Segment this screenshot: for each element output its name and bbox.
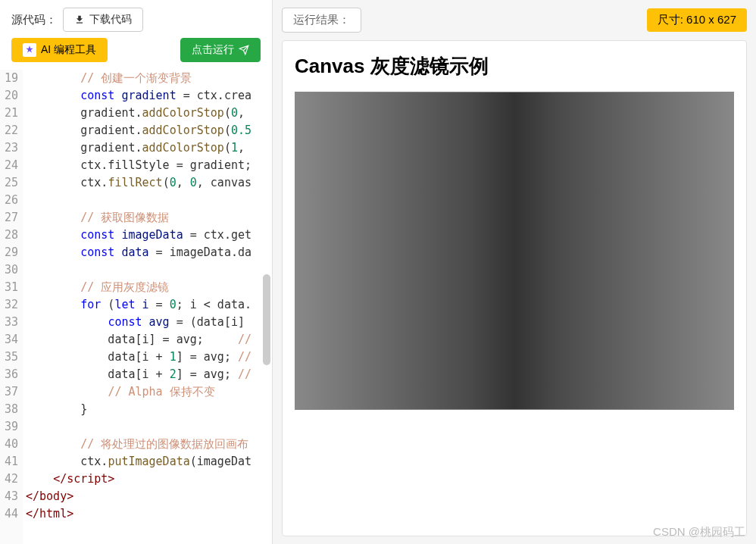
line-number: 24 [0, 157, 18, 174]
line-number: 31 [0, 279, 18, 296]
result-label: 运行结果： [282, 8, 361, 33]
line-number: 23 [0, 139, 18, 157]
code-line[interactable]: ctx.fillRect(0, 0, canvas [23, 174, 272, 192]
code-line[interactable]: </body> [23, 488, 272, 505]
code-editor[interactable]: 1920212223242526272829303132333435363738… [0, 70, 272, 544]
toolbar: 源代码： 下载代码 AI 编程工具 点击运行 [0, 0, 272, 70]
code-line[interactable] [23, 192, 272, 209]
line-number: 22 [0, 122, 18, 139]
line-number: 44 [0, 505, 18, 523]
line-number: 37 [0, 383, 18, 401]
code-line[interactable]: } [23, 401, 272, 418]
line-number: 41 [0, 453, 18, 471]
code-line[interactable]: ctx.putImageData(imageDat [23, 453, 272, 471]
watermark: CSDN @桃园码工 [653, 525, 745, 539]
code-line[interactable]: const avg = (data[i] [23, 314, 272, 331]
code-line[interactable]: const gradient = ctx.crea [23, 87, 272, 105]
line-number: 42 [0, 471, 18, 488]
code-line[interactable]: for (let i = 0; i < data. [23, 296, 272, 314]
code-line[interactable]: data[i] = avg; // [23, 331, 272, 349]
ai-label: AI 编程工具 [41, 43, 96, 57]
line-number: 39 [0, 418, 18, 436]
canvas-output [295, 92, 734, 410]
line-number: 25 [0, 174, 18, 192]
code-line[interactable]: </html> [23, 505, 272, 523]
result-header: 运行结果： 尺寸: 610 x 627 [282, 8, 747, 33]
line-number: 33 [0, 314, 18, 331]
line-number: 29 [0, 244, 18, 261]
download-button[interactable]: 下载代码 [63, 8, 143, 32]
code-line[interactable]: </script> [23, 471, 272, 488]
ai-icon [23, 43, 36, 57]
preview-area: Canvas 灰度滤镜示例 [282, 40, 747, 536]
line-number: 20 [0, 87, 18, 105]
line-gutter: 1920212223242526272829303132333435363738… [0, 70, 23, 544]
code-line[interactable]: data[i + 1] = avg; // [23, 349, 272, 366]
ai-tools-button[interactable]: AI 编程工具 [11, 38, 108, 62]
code-line[interactable] [23, 418, 272, 436]
code-line[interactable]: const imageData = ctx.get [23, 227, 272, 244]
run-label: 点击运行 [192, 43, 234, 57]
line-number: 38 [0, 401, 18, 418]
line-number: 19 [0, 70, 18, 87]
result-panel: 运行结果： 尺寸: 610 x 627 Canvas 灰度滤镜示例 CSDN @… [273, 0, 756, 544]
code-line[interactable]: gradient.addColorStop(1, [23, 139, 272, 157]
code-line[interactable]: const data = imageData.da [23, 244, 272, 261]
line-number: 27 [0, 209, 18, 227]
code-line[interactable]: // 获取图像数据 [23, 209, 272, 227]
line-number: 35 [0, 349, 18, 366]
line-number: 36 [0, 366, 18, 383]
code-line[interactable]: // 应用灰度滤镜 [23, 279, 272, 296]
code-line[interactable]: // 创建一个渐变背景 [23, 70, 272, 87]
send-icon [239, 45, 249, 55]
line-number: 32 [0, 296, 18, 314]
line-number: 40 [0, 436, 18, 453]
line-number: 28 [0, 227, 18, 244]
download-icon [74, 14, 85, 25]
line-number: 26 [0, 192, 18, 209]
code-line[interactable]: // 将处理过的图像数据放回画布 [23, 436, 272, 453]
code-line[interactable] [23, 261, 272, 279]
code-line[interactable]: // Alpha 保持不变 [23, 383, 272, 401]
line-number: 34 [0, 331, 18, 349]
run-button[interactable]: 点击运行 [180, 38, 261, 62]
source-label: 源代码： [11, 13, 57, 27]
code-line[interactable]: data[i + 2] = avg; // [23, 366, 272, 383]
line-number: 21 [0, 105, 18, 122]
code-content[interactable]: // 创建一个渐变背景 const gradient = ctx.crea gr… [23, 70, 272, 544]
source-panel: 源代码： 下载代码 AI 编程工具 点击运行 19202122232425262… [0, 0, 273, 544]
line-number: 43 [0, 488, 18, 505]
preview-title: Canvas 灰度滤镜示例 [295, 53, 734, 80]
code-line[interactable]: ctx.fillStyle = gradient; [23, 157, 272, 174]
size-badge: 尺寸: 610 x 627 [647, 8, 747, 32]
vertical-scrollbar[interactable] [263, 274, 270, 365]
download-label: 下载代码 [89, 13, 132, 27]
line-number: 30 [0, 261, 18, 279]
code-line[interactable]: gradient.addColorStop(0.5 [23, 122, 272, 139]
code-line[interactable]: gradient.addColorStop(0, [23, 105, 272, 122]
